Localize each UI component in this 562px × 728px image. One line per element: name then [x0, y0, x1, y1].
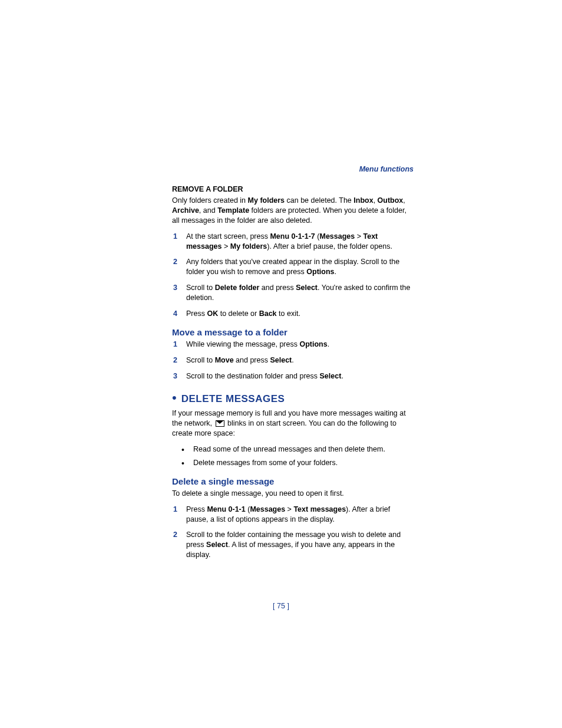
- bullet-icon: •: [172, 391, 177, 404]
- delete-messages-heading: • DELETE MESSAGES: [172, 391, 414, 405]
- delete-single-intro: To delete a single message, you need to …: [172, 489, 414, 499]
- delete-single-title: Delete a single message: [172, 476, 414, 486]
- step-item: 2Any folders that you've created appear …: [172, 257, 414, 277]
- step-item: 2Scroll to Move and press Select.: [172, 355, 414, 365]
- move-message-steps: 1While viewing the message, press Option…: [172, 340, 414, 381]
- move-message-title: Move a message to a folder: [172, 327, 414, 337]
- step-number: 2: [173, 257, 177, 267]
- delete-messages-title: DELETE MESSAGES: [181, 393, 285, 405]
- bullet-item: Read some of the unread messages and the…: [172, 444, 414, 454]
- step-item: 1Press Menu 0-1-1 (Messages > Text messa…: [172, 505, 414, 525]
- step-number: 3: [173, 283, 177, 293]
- delete-single-steps: 1Press Menu 0-1-1 (Messages > Text messa…: [172, 505, 414, 560]
- envelope-icon: [216, 420, 224, 427]
- step-item: 3Scroll to Delete folder and press Selec…: [172, 283, 414, 303]
- step-number: 2: [173, 355, 177, 365]
- step-number: 4: [173, 309, 177, 319]
- step-number: 1: [173, 505, 177, 515]
- step-item: 4Press OK to delete or Back to exit.: [172, 309, 414, 319]
- section-header: Menu functions: [172, 165, 414, 173]
- delete-messages-intro: If your message memory is full and you h…: [172, 409, 414, 439]
- remove-folder-title: REMOVE A FOLDER: [172, 185, 414, 193]
- step-item: 1At the start screen, press Menu 0-1-1-7…: [172, 232, 414, 252]
- page-content: Menu functions REMOVE A FOLDER Only fold…: [172, 165, 414, 568]
- step-number: 2: [173, 530, 177, 540]
- step-number: 1: [173, 340, 177, 350]
- step-number: 1: [173, 232, 177, 242]
- bullet-item: Delete messages from some of your folder…: [172, 458, 414, 468]
- step-item: 1While viewing the message, press Option…: [172, 340, 414, 350]
- remove-folder-steps: 1At the start screen, press Menu 0-1-1-7…: [172, 232, 414, 319]
- delete-messages-bullets: Read some of the unread messages and the…: [172, 444, 414, 468]
- step-item: 3Scroll to the destination folder and pr…: [172, 371, 414, 381]
- step-number: 3: [173, 371, 177, 381]
- page-number: [ 75 ]: [0, 602, 562, 610]
- remove-folder-intro: Only folders created in My folders can b…: [172, 196, 414, 226]
- step-item: 2Scroll to the folder containing the mes…: [172, 530, 414, 560]
